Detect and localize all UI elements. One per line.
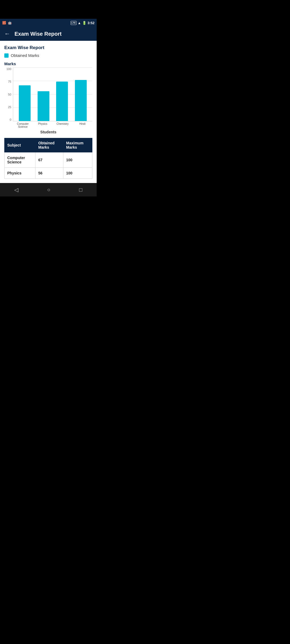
battery-icon: 🔋 [82,21,86,25]
y-label-50: 50 [8,93,11,96]
x-label-cs: Computer Science [15,122,31,128]
android-icon: 🤖 [8,21,12,25]
status-bar: 🧱 🤖 LTE ▲ 🔋 3:52 [0,19,97,27]
x-label-physics: Physics [35,122,51,128]
table-header-row: Subject Obtained Marks Maximum Marks [5,138,92,152]
marks-axis-label: Marks [4,61,92,66]
signal-icon: ▲ [78,21,81,25]
app-bar: ← Exam Wise Report [0,27,97,41]
subject-physics: Physics [5,168,35,179]
status-left-icons: 🧱 🤖 [2,21,12,25]
app-bar-title: Exam Wise Report [15,31,61,37]
col-header-maximum: Maximum Marks [63,138,92,152]
table-body: Computer Science 67 100 Physics 56 100 [5,152,92,179]
legend-label: Obtained Marks [11,53,39,58]
nav-back-button[interactable]: ◁ [14,186,18,193]
y-label-75: 75 [8,80,11,83]
chart-wrapper: 0 25 50 75 100 [4,68,92,128]
students-axis-label: Students [4,130,92,134]
legend-color-box [4,53,9,58]
section-title: Exam Wise Report [4,45,92,50]
marks-table: Subject Obtained Marks Maximum Marks Com… [4,138,92,179]
bottom-black-area [0,196,97,218]
obtained-physics: 56 [35,168,63,179]
top-black-area [0,0,97,19]
bars-row [13,68,92,121]
status-right: LTE ▲ 🔋 3:52 [71,21,95,25]
bar-cs [19,85,31,121]
sim-icon: 🧱 [2,21,6,25]
maximum-physics: 100 [63,168,92,179]
chart-area: 0 25 50 75 100 [4,68,92,121]
legend: Obtained Marks [4,53,92,58]
x-label-chemistry: Chemistry [55,122,71,128]
y-label-0: 0 [10,118,11,121]
nav-home-button[interactable]: ○ [47,187,50,193]
back-button[interactable]: ← [4,30,10,37]
col-header-obtained: Obtained Marks [35,138,63,152]
col-header-subject: Subject [5,138,35,152]
bar-chemistry [56,82,68,121]
x-labels: Computer Science Physics Chemistry Hindi [4,121,92,128]
y-label-25: 25 [8,106,11,109]
chart-plot [13,68,92,121]
subject-cs: Computer Science [5,152,35,168]
clock: 3:52 [88,21,95,25]
maximum-cs: 100 [63,152,92,168]
nav-bar: ◁ ○ □ [0,183,97,196]
obtained-cs: 67 [35,152,63,168]
bar-physics [38,91,49,121]
y-label-100: 100 [6,68,11,71]
table-row: Physics 56 100 [5,168,92,179]
x-label-hindi: Hindi [74,122,90,128]
nav-recent-button[interactable]: □ [79,187,82,193]
table-row: Computer Science 67 100 [5,152,92,168]
main-content: Exam Wise Report Obtained Marks Marks 0 … [0,41,97,183]
y-axis: 0 25 50 75 100 [4,68,13,121]
table-head: Subject Obtained Marks Maximum Marks [5,138,92,152]
lte-badge: LTE [71,21,77,25]
bar-hindi [75,80,87,121]
